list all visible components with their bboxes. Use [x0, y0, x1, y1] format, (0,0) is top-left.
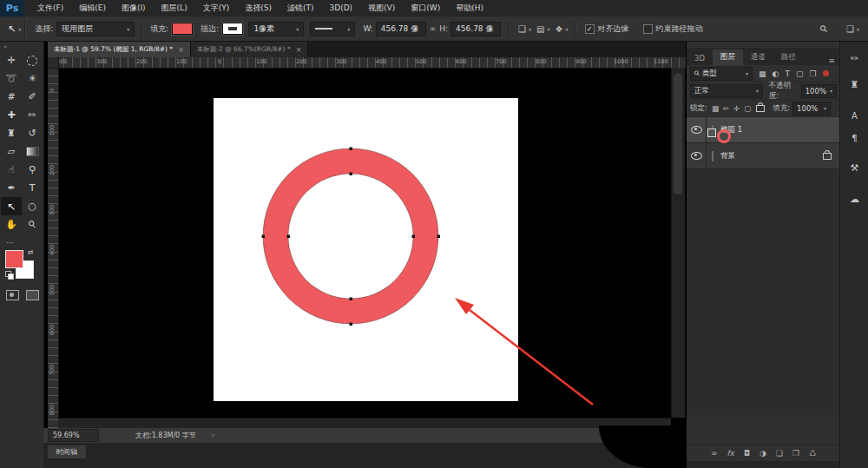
path-selection-tool[interactable]: ↖	[1, 197, 22, 215]
shape-height-field[interactable]: 456.78 像	[450, 22, 501, 36]
menu-type[interactable]: 文字(Y)	[195, 0, 238, 16]
new-layer-icon[interactable]: ❐	[792, 449, 799, 458]
layer-row-ellipse[interactable]: 椭圆 1	[687, 117, 840, 143]
visibility-eye-icon[interactable]	[691, 126, 702, 134]
magic-wand-tool[interactable]: ✳	[22, 69, 43, 88]
filter-type-layers-icon[interactable]: T	[785, 69, 790, 78]
filter-toggle-icon[interactable]	[823, 70, 829, 76]
opacity-field[interactable]: 100%▾	[801, 84, 837, 98]
layer-name[interactable]: 背景	[720, 151, 735, 161]
zoom-tool[interactable]: ⚲	[22, 215, 43, 234]
ruler-vertical[interactable]: 0 100 200 300 400 500 600 700 800	[48, 68, 59, 428]
vertical-scrollbar[interactable]	[671, 68, 685, 418]
gradient-tool-icon[interactable]	[22, 142, 43, 161]
path-alignment-button[interactable]: ▤▾	[536, 24, 549, 34]
lasso-tool[interactable]: ➰	[1, 69, 22, 88]
shape-width-field[interactable]: 456.78 像	[376, 22, 426, 36]
path-arrangement-button[interactable]: ❖▾	[556, 24, 569, 34]
filter-smart-objects-icon[interactable]: ❐	[809, 69, 816, 78]
smudge-tool[interactable]: ☝	[1, 161, 22, 179]
document-tab-1[interactable]: 未标题-1 @ 59.7% (椭圆 1, RGB/8#) * ×	[48, 42, 191, 57]
brush-settings-panel-icon[interactable]: ✏	[845, 49, 865, 68]
tool-presets-panel-icon[interactable]: ⚒	[845, 158, 865, 177]
swap-colors-icon[interactable]: ⇄	[28, 248, 34, 256]
menu-window[interactable]: 窗口(W)	[403, 0, 448, 16]
lock-pixels-icon[interactable]: ✏	[723, 104, 729, 113]
filter-type-dropdown[interactable]: ⚲类型 ▾	[690, 67, 753, 81]
menu-filter[interactable]: 滤镜(T)	[279, 0, 322, 16]
lock-all-icon[interactable]	[756, 105, 765, 112]
layer-thumbnail[interactable]	[712, 151, 713, 161]
workspace-switcher[interactable]: ❏▾	[846, 24, 859, 34]
menu-select[interactable]: 选择(S)	[237, 0, 279, 16]
clone-source-panel-icon[interactable]: ♜	[845, 75, 865, 94]
character-panel-icon[interactable]: A	[845, 106, 865, 125]
document-viewport[interactable]: 400 300 200 100 0 100 200 300 400 500 60…	[48, 57, 686, 428]
lock-transparency-icon[interactable]: ▦	[712, 104, 719, 113]
zoom-level-field[interactable]: 59.69%	[48, 429, 99, 442]
tab-paths[interactable]: 路径	[773, 49, 804, 65]
menu-image[interactable]: 图像(I)	[114, 0, 154, 16]
visibility-eye-icon[interactable]	[691, 152, 702, 160]
menu-file[interactable]: 文件(F)	[30, 0, 71, 16]
scrollbar-thumb[interactable]	[674, 73, 682, 194]
search-icon[interactable]: ⚲	[818, 23, 831, 36]
stroke-color-swatch[interactable]	[222, 23, 243, 35]
menu-help[interactable]: 帮助(H)	[448, 0, 491, 16]
filter-shape-layers-icon[interactable]: ▢	[796, 69, 804, 78]
edit-toolbar-button[interactable]: …	[0, 236, 48, 245]
toolbox-collapse-button[interactable]: »	[0, 42, 43, 51]
move-tool[interactable]: ✛	[1, 51, 22, 69]
path-operations-button[interactable]: ❏▾	[518, 24, 531, 34]
paragraph-panel-icon[interactable]: ¶	[845, 129, 865, 148]
close-icon[interactable]: ×	[178, 46, 184, 54]
blend-mode-dropdown[interactable]: 正常▾	[690, 84, 763, 98]
fill-color-swatch[interactable]	[172, 23, 193, 35]
lock-position-icon[interactable]: ✛	[733, 104, 740, 113]
current-tool-icon[interactable]: ↖	[8, 23, 16, 35]
status-options-arrow-icon[interactable]: ›	[212, 432, 214, 439]
adjustment-layer-icon[interactable]: ◑	[760, 449, 766, 458]
close-icon[interactable]: ×	[296, 46, 302, 54]
panel-menu-icon[interactable]: ≡	[828, 56, 835, 65]
filter-adjustment-layers-icon[interactable]: ◐	[773, 69, 779, 78]
ruler-horizontal[interactable]: 400 300 200 100 0 100 200 300 400 500 60…	[48, 57, 686, 69]
hand-tool[interactable]: ✋	[1, 215, 22, 234]
stroke-type-dropdown[interactable]: ▾	[310, 22, 355, 36]
default-colors-icon[interactable]	[5, 271, 13, 279]
eraser-tool[interactable]: ▱	[1, 142, 22, 161]
elliptical-marquee-tool-icon[interactable]	[22, 51, 43, 69]
timeline-tab[interactable]: 时间轴	[48, 445, 86, 458]
ellipse-shape-tool[interactable]: ○	[22, 197, 43, 215]
type-tool[interactable]: T	[22, 179, 43, 197]
screen-mode-button[interactable]	[26, 290, 39, 300]
tab-channels[interactable]: 通道	[743, 49, 773, 65]
lock-artboard-icon[interactable]: ▢	[744, 104, 751, 113]
add-mask-icon[interactable]: ◘	[744, 449, 750, 458]
quick-mask-button[interactable]	[6, 290, 19, 300]
crop-tool[interactable]: #	[1, 88, 22, 106]
stroke-width-field[interactable]: 1像素▾	[248, 22, 304, 36]
menu-view[interactable]: 视图(V)	[360, 0, 403, 16]
fill-field[interactable]: 100%▾	[792, 102, 831, 115]
brush-tool[interactable]: ✏	[22, 106, 43, 124]
tab-layers[interactable]: 图层	[713, 49, 743, 65]
menu-edit[interactable]: 编辑(E)	[71, 0, 114, 16]
dodge-tool[interactable]: ⚲	[22, 161, 43, 179]
creative-cloud-icon[interactable]: ☁	[845, 189, 865, 208]
constrain-path-checkbox[interactable]	[643, 24, 653, 34]
align-edges-checkbox[interactable]: ✓	[585, 24, 595, 34]
delete-layer-icon[interactable]: ♺	[809, 449, 816, 458]
tab-3d[interactable]: 3D	[687, 51, 713, 65]
history-brush-tool[interactable]: ↺	[22, 124, 43, 142]
layer-style-fx-icon[interactable]: fx	[727, 449, 734, 458]
document-tab-2[interactable]: 未标题-2 @ 66.7%(RGB/8#) * ×	[191, 42, 309, 57]
healing-brush-tool[interactable]: ✚	[1, 106, 22, 124]
new-group-icon[interactable]: ❏	[776, 449, 783, 458]
foreground-color-swatch[interactable]	[5, 250, 23, 268]
ruler-origin-corner[interactable]	[48, 57, 59, 69]
clone-stamp-tool[interactable]: ♜	[1, 124, 22, 142]
eyedropper-tool[interactable]: ✐	[22, 88, 43, 106]
canvas[interactable]	[214, 98, 518, 401]
pen-tool[interactable]: ✒	[1, 179, 22, 197]
